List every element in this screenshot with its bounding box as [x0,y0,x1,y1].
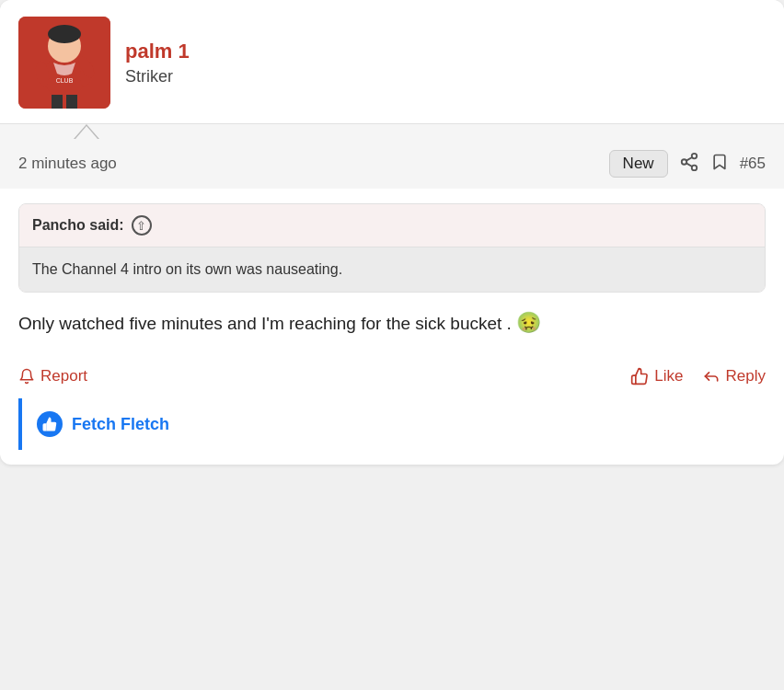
svg-rect-9 [66,95,77,109]
timestamp: 2 minutes ago [18,155,598,173]
actions-row: Report Like Reply [0,358,784,398]
nested-thumb-icon [37,411,63,437]
share-icon[interactable] [679,152,699,177]
quote-header: Pancho said: ⇧ [19,204,765,247]
arrow-container [0,124,784,139]
svg-line-15 [686,156,691,160]
quote-text: The Channel 4 intro on its own was nause… [19,247,765,292]
user-role: Striker [125,67,190,86]
like-label: Like [654,367,683,385]
new-badge[interactable]: New [609,150,668,178]
username: palm 1 [125,40,190,63]
quote-author: Pancho said: [32,217,124,234]
avatar: CLUB [18,17,110,109]
reply-label: Reply [726,367,766,385]
quote-up-icon[interactable]: ⇧ [132,215,152,236]
like-icon [630,367,649,385]
sick-emoji: 🤢 [516,311,541,334]
meta-row: 2 minutes ago New #65 [0,139,784,189]
quote-block: Pancho said: ⇧ The Channel 4 intro on it… [18,203,766,293]
report-label: Report [40,367,87,385]
post-number: #65 [740,155,766,173]
report-bell-icon [18,368,35,385]
reply-button[interactable]: Reply [702,367,766,385]
bookmark-icon[interactable] [710,152,729,177]
post-body: Pancho said: ⇧ The Channel 4 intro on it… [0,189,784,358]
like-button[interactable]: Like [630,367,683,385]
svg-text:CLUB: CLUB [56,77,74,84]
svg-point-4 [48,25,81,43]
nested-comment: Fetch Fletch [18,398,766,450]
svg-rect-8 [52,95,63,109]
svg-line-14 [686,163,691,167]
post-card: CLUB palm 1 Striker 2 minutes ago New [0,0,784,465]
post-header: CLUB palm 1 Striker [0,0,784,123]
nested-username[interactable]: Fetch Fletch [72,415,169,434]
user-info: palm 1 Striker [125,40,190,86]
reply-icon [702,367,721,385]
post-text-content: Only watched five minutes and I'm reachi… [18,314,512,333]
report-button[interactable]: Report [18,367,612,385]
post-text: Only watched five minutes and I'm reachi… [18,307,766,338]
